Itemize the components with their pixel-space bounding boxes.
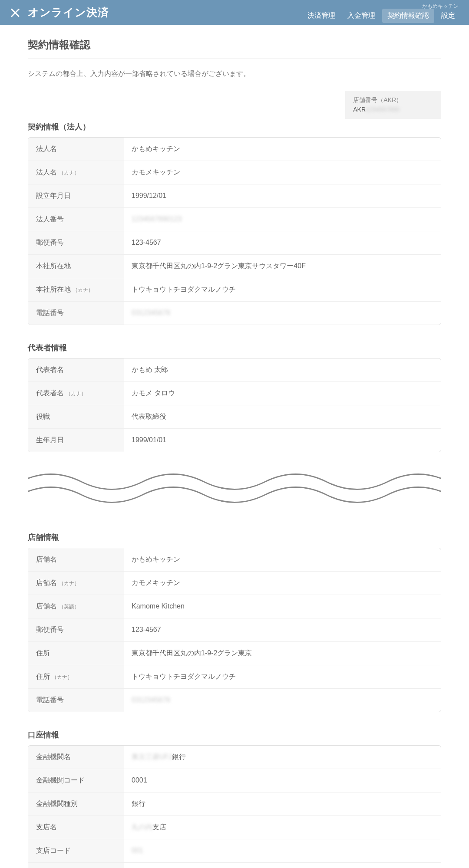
row-value: 普通 [124,863,441,868]
row-label: 役職 [28,405,124,429]
row-label: 郵便番号 [28,231,124,255]
row-value: 東京三菱UFJ銀行 [124,746,441,769]
row-label: 生年月日 [28,429,124,452]
row-value: 1234567890123 [124,208,441,231]
row-label: 電話番号 [28,302,124,325]
bank-info-table: 金融機関名東京三菱UFJ銀行金融機関コード0001金融機関種別銀行支店名丸の内支… [28,745,441,868]
nav-item-settings[interactable]: 設定 [436,9,460,23]
table-row: 店舗名（カナ）カモメキッチン [28,572,441,595]
row-value: 0312345678 [124,689,441,712]
table-row: 金融機関名東京三菱UFJ銀行 [28,746,441,769]
row-label-sub: （英語） [59,604,79,610]
table-row: 店舗名かもめキッチン [28,548,441,572]
section-title-store: 店舗情報 [28,532,441,542]
row-value: 東京都千代田区丸の内1-9-2グラン東京 [124,642,441,665]
row-value: 丸の内支店 [124,816,441,839]
corporate-info-table: 法人名かもめキッチン法人名（カナ）カモメキッチン設立年月日1999/12/01法… [28,137,441,325]
row-value: かもめキッチン [124,138,441,161]
row-label: 代表者名（カナ） [28,382,124,405]
row-label: 法人名 [28,138,124,161]
row-label: 設立年月日 [28,184,124,208]
header-nav: 決済管理 入金管理 契約情報確認 設定 [302,9,460,23]
row-label-sub: （カナ） [59,580,79,586]
table-row: 法人番号1234567890123 [28,208,441,231]
nav-item-deposits[interactable]: 入金管理 [342,9,380,23]
table-row: 役職代表取締役 [28,405,441,429]
row-label: 代表者名 [28,358,124,382]
row-label: 店舗名（英語） [28,595,124,618]
notice-text: システムの都合上、入力内容が一部省略されている場合がございます。 [28,69,441,79]
row-value: Kamome Kitchen [124,595,441,618]
row-value: カモメ タロウ [124,382,441,405]
row-label: 法人名（カナ） [28,161,124,184]
store-number-prefix: AKR [353,106,366,113]
corporate-tbody: 法人名かもめキッチン法人名（カナ）カモメキッチン設立年月日1999/12/01法… [28,138,441,325]
row-label: 金融機関種別 [28,792,124,816]
table-row: 電話番号0312345678 [28,302,441,325]
row-value: カモメキッチン [124,161,441,184]
row-value: トウキョウトチヨダクマルノウチ [124,665,441,689]
row-label-sub: （カナ） [59,170,79,176]
close-icon[interactable] [10,8,20,17]
row-label: 支店コード [28,839,124,863]
row-label: 住所（カナ） [28,665,124,689]
row-value: 銀行 [124,792,441,816]
row-value: かもめキッチン [124,548,441,572]
row-value: トウキョウトチヨダクマルノウチ [124,278,441,302]
row-label: 店舗名（カナ） [28,572,124,595]
row-value: 東京都千代田区丸の内1-9-2グラン東京サウスタワー40F [124,255,441,278]
row-value: 0001 [124,769,441,792]
table-row: 金融機関コード0001 [28,769,441,792]
row-label: 支店名 [28,816,124,839]
representative-tbody: 代表者名かもめ 太郎代表者名（カナ）カモメ タロウ役職代表取締役生年月日1999… [28,358,441,452]
row-label: 金融機関名 [28,746,124,769]
header-left: オンライン決済 [10,5,109,20]
row-value: 123-4567 [124,618,441,642]
row-label: 店舗名 [28,548,124,572]
table-row: 法人名（カナ）カモメキッチン [28,161,441,184]
row-label: 法人番号 [28,208,124,231]
row-value: 0312345678 [124,302,441,325]
table-row: 生年月日1999/01/01 [28,429,441,452]
section-title-representative: 代表者情報 [28,342,441,353]
header-bar: オンライン決済 かもめキッチン 決済管理 入金管理 契約情報確認 設定 [0,0,469,25]
main-content: 契約情報確認 システムの都合上、入力内容が一部省略されている場合がございます。 … [0,25,469,868]
table-row: 店舗名（英語）Kamome Kitchen [28,595,441,618]
representative-info-table: 代表者名かもめ 太郎代表者名（カナ）カモメ タロウ役職代表取締役生年月日1999… [28,358,441,452]
table-row: 法人名かもめキッチン [28,138,441,161]
table-row: 設立年月日1999/12/01 [28,184,441,208]
table-row: 電話番号0312345678 [28,689,441,712]
header-restaurant-name: かもめキッチン [422,3,459,10]
section-title-corporate: 契約情報（法人） [28,122,441,132]
table-row: 支店名丸の内支店 [28,816,441,839]
row-label: 本社所在地（カナ） [28,278,124,302]
table-row: 代表者名（カナ）カモメ タロウ [28,382,441,405]
app-title: オンライン決済 [28,5,109,20]
row-value: かもめ 太郎 [124,358,441,382]
row-label: 金融機関コード [28,769,124,792]
row-value: 1999/01/01 [124,429,441,452]
row-value: 123-4567 [124,231,441,255]
store-number-badge: 店舗番号（AKR） AKR1234567890 [345,91,441,119]
table-row: 金融機関種別銀行 [28,792,441,816]
bank-tbody: 金融機関名東京三菱UFJ銀行金融機関コード0001金融機関種別銀行支店名丸の内支… [28,746,441,868]
table-row: 本社所在地東京都千代田区丸の内1-9-2グラン東京サウスタワー40F [28,255,441,278]
page-title: 契約情報確認 [28,38,441,59]
row-value: カモメキッチン [124,572,441,595]
row-value: 1999/12/01 [124,184,441,208]
table-row: 住所東京都千代田区丸の内1-9-2グラン東京 [28,642,441,665]
nav-item-contract[interactable]: 契約情報確認 [382,9,434,23]
row-label-sub: （カナ） [73,287,93,293]
row-label: 本社所在地 [28,255,124,278]
store-number-value: 1234567890 [366,106,400,113]
section-title-bank: 口座情報 [28,730,441,740]
table-row: 代表者名かもめ 太郎 [28,358,441,382]
row-label: 郵便番号 [28,618,124,642]
content-break-wave [28,464,441,516]
table-row: 口座種別普通 [28,863,441,868]
store-info-table: 店舗名かもめキッチン店舗名（カナ）カモメキッチン店舗名（英語）Kamome Ki… [28,548,441,712]
row-label: 電話番号 [28,689,124,712]
row-value: 代表取締役 [124,405,441,429]
table-row: 支店コード001 [28,839,441,863]
nav-item-payments[interactable]: 決済管理 [302,9,340,23]
